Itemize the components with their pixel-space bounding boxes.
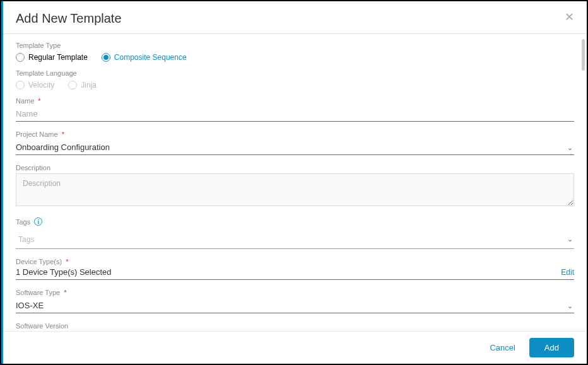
template-language-label: Template Language	[16, 69, 574, 77]
radio-circle-disabled-icon	[68, 81, 77, 90]
chevron-down-icon: ⌄	[567, 301, 573, 310]
tags-label: Tags i	[16, 217, 574, 226]
project-name-field: Project Name * Onboarding Configuration …	[16, 130, 574, 155]
template-language-radios: Velocity Jinja	[16, 81, 574, 90]
description-textarea[interactable]	[16, 173, 574, 206]
radio-circle-disabled-icon	[16, 81, 25, 90]
cancel-button[interactable]: Cancel	[481, 338, 524, 357]
device-types-field: Device Type(s)* 1 Device Type(s) Selecte…	[16, 258, 574, 280]
add-button[interactable]: Add	[529, 338, 574, 357]
radio-label: Regular Template	[28, 53, 88, 62]
scrollbar-thumb[interactable]	[582, 39, 585, 71]
modal-header: Add New Template ✕	[3, 1, 587, 34]
software-version-label: Software Version	[16, 322, 574, 330]
radio-velocity: Velocity	[16, 81, 54, 90]
tags-field: Tags i Tags ⌄	[16, 217, 574, 249]
project-name-select[interactable]: Onboarding Configuration ⌄	[16, 140, 574, 155]
required-asterisk: *	[64, 289, 66, 296]
device-types-value: 1 Device Type(s) Selected	[16, 267, 112, 277]
radio-composite-sequence[interactable]: Composite Sequence	[102, 53, 187, 62]
required-asterisk: *	[66, 258, 68, 265]
project-name-label: Project Name *	[16, 130, 574, 138]
device-types-label: Device Type(s)*	[16, 258, 574, 265]
radio-label: Composite Sequence	[114, 53, 187, 62]
description-label: Description	[16, 164, 574, 171]
project-name-value: Onboarding Configuration	[16, 140, 574, 154]
software-type-label: Software Type *	[16, 289, 574, 296]
radio-label: Jinja	[81, 81, 97, 90]
modal-footer: Cancel Add	[3, 331, 587, 364]
chevron-down-icon: ⌄	[567, 143, 573, 151]
software-type-select[interactable]: IOS-XE ⌄	[16, 298, 574, 313]
radio-circle-selected-icon	[102, 53, 110, 62]
description-field: Description	[16, 164, 574, 209]
modal-title: Add New Template	[16, 11, 122, 26]
software-type-field: Software Type * IOS-XE ⌄	[16, 289, 574, 313]
add-template-modal: Add New Template ✕ Template Type Regular…	[1, 1, 587, 364]
radio-circle-icon	[16, 53, 25, 62]
chevron-down-icon: ⌄	[567, 235, 573, 243]
modal-body: Template Type Regular Template Composite…	[3, 34, 587, 331]
software-type-value: IOS-XE	[16, 298, 574, 313]
radio-jinja: Jinja	[68, 81, 97, 90]
tags-placeholder: Tags	[18, 235, 34, 244]
radio-regular-template[interactable]: Regular Template	[16, 53, 88, 62]
device-types-row: 1 Device Type(s) Selected Edit	[16, 267, 574, 280]
template-type-label: Template Type	[16, 42, 574, 49]
close-icon[interactable]: ✕	[565, 11, 574, 23]
software-version-field: Software Version	[16, 322, 574, 331]
required-asterisk: *	[62, 130, 64, 138]
name-label: Name*	[16, 97, 574, 105]
template-type-radios: Regular Template Composite Sequence	[16, 53, 574, 62]
info-icon[interactable]: i	[34, 217, 42, 226]
name-input[interactable]	[16, 107, 574, 122]
name-field: Name*	[16, 97, 574, 122]
radio-label: Velocity	[28, 81, 54, 90]
device-types-edit-link[interactable]: Edit	[561, 268, 574, 277]
tags-select[interactable]: Tags ⌄	[16, 229, 574, 249]
required-asterisk: *	[38, 97, 40, 105]
